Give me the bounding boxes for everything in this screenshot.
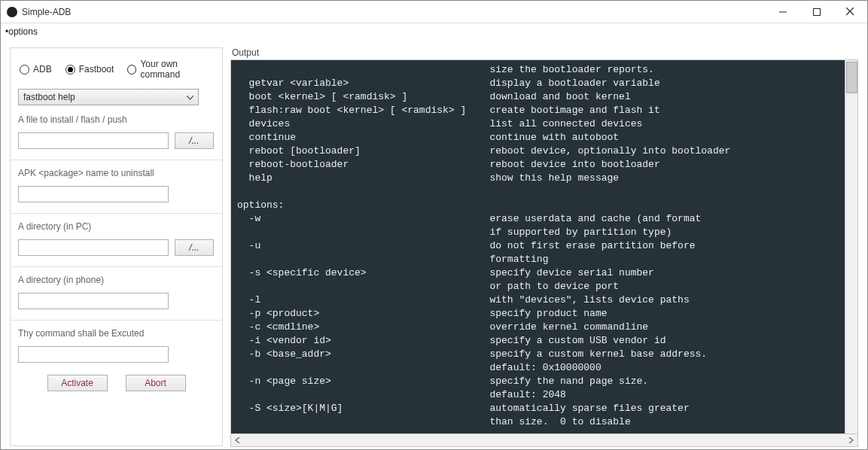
mode-custom[interactable]: Your own command <box>127 59 213 80</box>
right-panel: Output size the bootloader reports. getv… <box>230 47 858 446</box>
mode-adb[interactable]: ADB <box>20 59 52 80</box>
command-input[interactable] <box>18 346 169 363</box>
mode-adb-label: ADB <box>33 64 52 74</box>
dir-phone-label: A directory (in phone) <box>18 275 215 285</box>
apk-uninstall-input[interactable] <box>18 186 169 202</box>
close-button[interactable] <box>833 1 867 23</box>
file-flash-label: A file to install / flash / push <box>18 114 215 125</box>
mode-custom-label: Your own command <box>140 59 213 80</box>
radio-icon <box>65 65 75 74</box>
abort-button[interactable]: Abort <box>126 375 186 391</box>
chevron-down-icon <box>187 92 193 102</box>
file-flash-browse-button[interactable]: /... <box>175 132 214 149</box>
left-panel: ADB Fastboot Your own command fastboot h… <box>10 47 223 446</box>
menu-options[interactable]: •options <box>5 26 38 37</box>
dir-phone-input[interactable] <box>18 293 169 309</box>
activate-button[interactable]: Activate <box>47 375 108 391</box>
dir-pc-label: A directory (in PC) <box>18 221 215 232</box>
radio-icon <box>20 65 29 74</box>
maximize-button[interactable] <box>799 1 833 23</box>
dropdown-selected: fastboot help <box>23 92 75 102</box>
minimize-button[interactable] <box>766 1 799 23</box>
output-label: Output <box>230 47 858 58</box>
menubar: •options <box>1 23 867 40</box>
command-label: Thy command shall be Excuted <box>18 328 215 339</box>
app-icon <box>7 7 17 17</box>
mode-fastboot[interactable]: Fastboot <box>65 59 114 80</box>
scroll-left-icon[interactable] <box>231 434 244 447</box>
dir-pc-browse-button[interactable]: /... <box>175 239 214 256</box>
scroll-right-icon[interactable] <box>845 434 857 447</box>
dir-pc-input[interactable] <box>18 239 169 256</box>
output-terminal[interactable]: size the bootloader reports. getvar <var… <box>231 60 857 433</box>
file-flash-input[interactable] <box>18 132 169 149</box>
titlebar: Simple-ADB <box>1 1 867 23</box>
scrollbar-thumb[interactable] <box>846 62 857 93</box>
window-title: Simple-ADB <box>22 7 71 17</box>
svg-rect-1 <box>813 8 820 15</box>
apk-uninstall-label: APK <package> name to uninstall <box>18 168 215 178</box>
mode-fastboot-label: Fastboot <box>79 64 114 74</box>
horizontal-scrollbar[interactable] <box>231 433 857 446</box>
vertical-scrollbar[interactable] <box>845 60 857 433</box>
command-dropdown[interactable]: fastboot help <box>18 89 199 105</box>
radio-icon <box>127 65 136 74</box>
